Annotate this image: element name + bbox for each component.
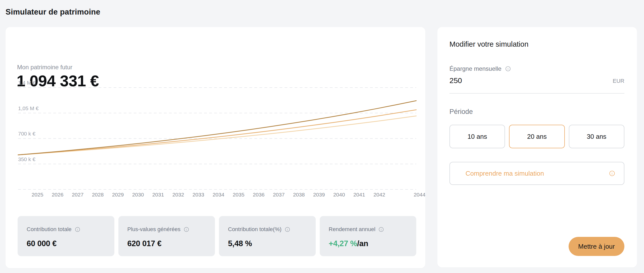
svg-text:2038: 2038 <box>293 192 305 197</box>
stat-label: Contribution totale(%) <box>228 226 282 233</box>
info-icon[interactable]: i <box>183 227 189 232</box>
svg-text:i: i <box>77 228 78 231</box>
info-icon[interactable]: i <box>609 170 615 177</box>
stats-row: Contribution totale i 60 000 € Plus-valu… <box>18 216 416 256</box>
currency-label: EUR <box>613 78 624 84</box>
period-options: 10 ans 20 ans 30 ans <box>449 125 624 148</box>
stat-value: 620 017 € <box>127 239 206 248</box>
savings-label: Épargne mensuelle <box>449 65 501 72</box>
period-option-10-ans[interactable]: 10 ans <box>449 125 505 148</box>
savings-label-row: Épargne mensuelle i <box>449 65 511 72</box>
svg-text:2034: 2034 <box>213 192 224 197</box>
monthly-savings-input[interactable] <box>449 76 525 85</box>
stat-label: Contribution totale <box>27 226 72 233</box>
svg-text:2044: 2044 <box>414 192 425 197</box>
metric-label: Mon patrimoine futur <box>17 64 72 71</box>
input-underline <box>449 93 624 94</box>
svg-text:2035: 2035 <box>233 192 245 197</box>
stat-card-contribution-totale: Contribution totale i 60 000 € <box>18 216 114 256</box>
page-title: Simulateur de patrimoine <box>6 8 100 17</box>
chart-line-projection-mediane <box>18 110 416 155</box>
svg-text:2037: 2037 <box>273 192 285 197</box>
svg-text:i: i <box>381 228 382 231</box>
update-button[interactable]: Mettre à jour <box>569 237 624 256</box>
stat-card-rendement-annuel: Rendement annuel i +4,27 %/an <box>320 216 417 256</box>
info-icon[interactable]: i <box>378 227 384 232</box>
svg-text:2041: 2041 <box>353 192 365 197</box>
svg-text:i: i <box>186 228 187 231</box>
svg-text:2029: 2029 <box>112 192 124 197</box>
svg-text:2033: 2033 <box>193 192 204 197</box>
understand-simulation-button[interactable]: Comprendre ma simulation i <box>449 162 624 185</box>
patrimoine-chart-card: Mon patrimoine futur 1 094 331 € 350 k €… <box>6 27 425 268</box>
svg-text:1,4 M €: 1,4 M € <box>18 80 36 86</box>
chart-line-projection-haute <box>18 101 416 155</box>
stat-label: Plus-values générées <box>127 226 181 233</box>
projection-line-chart: 350 k €700 k €1,05 M €1,4 M €20252026202… <box>6 75 425 208</box>
svg-text:1,05 M €: 1,05 M € <box>18 105 39 111</box>
svg-text:i: i <box>508 67 509 71</box>
svg-text:2040: 2040 <box>333 192 345 197</box>
svg-text:2036: 2036 <box>253 192 265 197</box>
stat-card-contribution-pct: Contribution totale(%) i 5,48 % <box>219 216 316 256</box>
svg-text:2039: 2039 <box>313 192 325 197</box>
wealth-simulator-page: Simulateur de patrimoine Mon patrimoine … <box>0 0 644 273</box>
stat-value: 5,48 % <box>228 239 307 248</box>
svg-text:2031: 2031 <box>152 192 164 197</box>
understand-simulation-label: Comprendre ma simulation <box>466 170 609 177</box>
svg-text:2026: 2026 <box>52 192 64 197</box>
info-icon[interactable]: i <box>75 227 80 232</box>
svg-text:i: i <box>287 228 288 231</box>
stat-label: Rendement annuel <box>329 226 376 233</box>
svg-text:i: i <box>612 172 613 175</box>
svg-text:2032: 2032 <box>172 192 184 197</box>
svg-text:2025: 2025 <box>32 192 43 197</box>
stat-value: +4,27 %/an <box>329 239 407 248</box>
stat-value: 60 000 € <box>27 239 105 248</box>
svg-text:350 k €: 350 k € <box>18 156 35 162</box>
svg-text:2027: 2027 <box>72 192 84 197</box>
svg-text:700 k €: 700 k € <box>18 131 35 136</box>
period-label: Période <box>449 108 473 116</box>
period-option-30-ans[interactable]: 30 ans <box>569 125 624 148</box>
chart-line-projection-basse <box>18 116 416 155</box>
svg-text:2030: 2030 <box>132 192 144 197</box>
stat-card-plus-values: Plus-values générées i 620 017 € <box>118 216 215 256</box>
info-icon[interactable]: i <box>285 227 290 232</box>
svg-text:2042: 2042 <box>374 192 385 197</box>
svg-text:2028: 2028 <box>92 192 104 197</box>
info-icon[interactable]: i <box>505 66 511 72</box>
period-option-20-ans[interactable]: 20 ans <box>509 125 565 148</box>
simulation-settings-panel: Modifier votre simulation Épargne mensue… <box>437 27 637 267</box>
panel-title: Modifier votre simulation <box>449 40 528 48</box>
